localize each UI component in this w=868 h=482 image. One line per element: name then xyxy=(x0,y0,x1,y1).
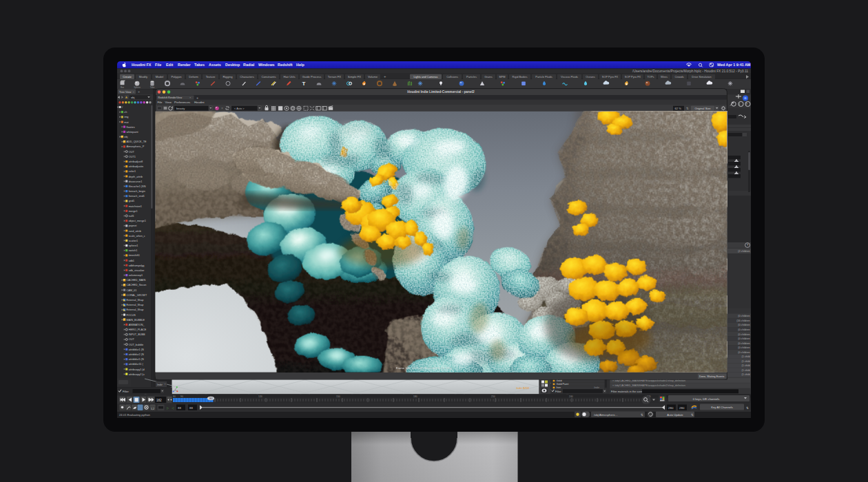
svg-text:MAIN_BUBBLE: MAIN_BUBBLE xyxy=(127,319,145,322)
svg-text:Deform: Deform xyxy=(189,75,198,78)
svg-text:>]: >] xyxy=(172,406,174,410)
svg-text:120: 120 xyxy=(258,395,262,398)
svg-text:Filter: Filter xyxy=(123,390,130,393)
svg-text:88: 88 xyxy=(189,406,193,410)
svg-text:HERO_PLACE: HERO_PLACE xyxy=(129,328,147,331)
svg-text:attribblur1 (N: attribblur1 (N xyxy=(129,348,144,351)
svg-text:+: + xyxy=(138,90,140,94)
svg-text:Collisions: Collisions xyxy=(446,75,458,78)
svg-text:Filter: Filter xyxy=(555,390,561,393)
svg-text:CORAL_GROWT: CORAL_GROWT xyxy=(127,294,147,297)
svg-text:OUT1: OUT1 xyxy=(129,156,136,158)
svg-text:drawcurve1: drawcurve1 xyxy=(129,180,143,183)
svg-text:Auto Update: Auto Update xyxy=(667,413,683,417)
svg-text:Texture: Texture xyxy=(206,75,216,78)
svg-text:attribadjustfl: attribadjustfl xyxy=(129,160,143,163)
svg-text:Model: Model xyxy=(156,75,163,78)
svg-text:object_merge1: object_merge1 xyxy=(129,220,146,222)
svg-text:filecache1 (SN: filecache1 (SN xyxy=(129,185,146,188)
svg-text:Gold: Gold xyxy=(557,379,562,382)
svg-text:Wed Apr 1 9:41 AM: Wed Apr 1 9:41 AM xyxy=(717,63,751,67)
svg-text:CACHED_MAIN: CACHED_MAIN xyxy=(127,279,146,282)
svg-text:Sphere: Sphere xyxy=(134,86,141,89)
svg-text:Assets: Assets xyxy=(209,63,221,67)
svg-text:Rigging: Rigging xyxy=(223,75,233,78)
svg-text:(0 children: (0 children xyxy=(738,346,750,349)
svg-text:grid1: grid1 xyxy=(129,200,134,202)
svg-text:scatter1: scatter1 xyxy=(129,240,138,242)
svg-text:Indie: Indie xyxy=(594,386,599,389)
svg-text:Indie: Indie xyxy=(157,384,163,386)
svg-text:24.01 Evaluating python: 24.01 Evaluating python xyxy=(119,413,151,417)
svg-text:Particles: Particles xyxy=(466,75,477,78)
svg-text:vdbfrompolyg: vdbfrompolyg xyxy=(129,264,145,267)
svg-text:External_Shap: External_Shap xyxy=(127,304,144,306)
svg-text:OUT: OUT xyxy=(129,338,135,341)
svg-text:×: × xyxy=(221,106,223,110)
svg-text:Houdini Indie Limited-Commerci: Houdini Indie Limited-Commercial - panel… xyxy=(407,90,475,94)
svg-text:whitepaint: whitepaint xyxy=(127,131,139,134)
svg-text:Radial: Radial xyxy=(243,63,255,67)
svg-text:⇅: ⇅ xyxy=(641,413,643,417)
svg-text:(0 children: (0 children xyxy=(738,328,750,331)
svg-text:Box: Box xyxy=(121,86,125,89)
svg-text:(0 children: (0 children xyxy=(738,333,750,336)
svg-text:Rigid Bodies: Rigid Bodies xyxy=(513,75,528,78)
svg-text:MPM: MPM xyxy=(499,75,505,78)
svg-text:⇅: ⇅ xyxy=(691,413,694,417)
svg-text:Indie $200: Indie $200 xyxy=(516,386,529,390)
svg-text:Simple FX: Simple FX xyxy=(348,75,362,78)
svg-text:matchsize1: matchsize1 xyxy=(129,205,142,208)
svg-text:0 keys, 0/E channels: 0 keys, 0/E channels xyxy=(693,397,720,401)
svg-text:180: 180 xyxy=(413,395,417,398)
svg-text:⇅: ⇅ xyxy=(746,406,749,410)
svg-text:attribblur11 (: attribblur11 ( xyxy=(129,363,144,366)
svg-text:scale_when_c: scale_when_c xyxy=(129,235,145,238)
svg-text:< Auto >: < Auto > xyxy=(234,107,245,110)
svg-text:(16 children: (16 children xyxy=(736,319,750,322)
svg-text:Particle Fluids: Particle Fluids xyxy=(535,75,552,78)
svg-text:210: 210 xyxy=(491,395,495,398)
svg-text:Gold Paint: Gold Paint xyxy=(557,383,570,386)
svg-text:OUT_bubble: OUT_bubble xyxy=(129,344,144,346)
svg-text:depth_attrib: depth_attrib xyxy=(129,176,143,178)
svg-text:Render: Render xyxy=(178,63,191,67)
svg-text:+: + xyxy=(384,74,386,78)
svg-text:(1 child: (1 child xyxy=(742,364,750,367)
svg-text:Crowds: Crowds xyxy=(674,75,683,78)
svg-text:90: 90 xyxy=(180,395,183,398)
svg-text:(1 child: (1 child xyxy=(742,355,750,358)
svg-text:CACHED_Secon: CACHED_Secon xyxy=(127,284,147,286)
svg-text:(0 children: (0 children xyxy=(738,324,750,326)
svg-text:color1: color1 xyxy=(129,170,136,173)
svg-text:(1 child: (1 child xyxy=(742,360,750,363)
svg-text:TOPs: TOPs xyxy=(648,75,654,78)
svg-text:Desktop: Desktop xyxy=(225,63,240,67)
svg-text:/obj/Atmospheric...: /obj/Atmospheric... xyxy=(594,413,618,417)
svg-text:OUT: OUT xyxy=(129,151,135,154)
svg-text:(1 child: (1 child xyxy=(742,369,750,372)
svg-text:Terrain FX: Terrain FX xyxy=(328,75,342,78)
svg-text:× /obj/CACHED_MAINSHAPE/avqqu: × /obj/CACHED_MAINSHAPE/avqquickshade2/s… xyxy=(612,384,685,387)
svg-text:rand_attrib: rand_attrib xyxy=(129,230,141,233)
svg-text:Constraints: Constraints xyxy=(261,75,276,78)
svg-text:attribadjustin: attribadjustin xyxy=(129,165,144,168)
svg-text:Redshift: Redshift xyxy=(278,63,293,67)
svg-text:Tube: Tube xyxy=(150,86,155,89)
svg-text:attribblur5 (N: attribblur5 (N xyxy=(129,358,144,361)
svg-text:Viscous Fluids: Viscous Fluids xyxy=(561,75,578,78)
svg-text:280: 280 xyxy=(668,406,674,410)
svg-text:(0 children: (0 children xyxy=(738,351,750,354)
svg-text:View: View xyxy=(165,101,172,104)
svg-text:File: File xyxy=(155,63,161,67)
svg-text:Oceans: Oceans xyxy=(586,75,595,78)
svg-text:attribcopy2 (u: attribcopy2 (u xyxy=(129,373,145,376)
svg-text:Polygon: Polygon xyxy=(171,75,182,78)
svg-text:timeshift1: timeshift1 xyxy=(129,254,140,257)
svg-text:switch1: switch1 xyxy=(129,249,138,252)
svg-text:T: T xyxy=(302,81,306,87)
svg-text:mat: mat xyxy=(124,121,129,124)
svg-text:FOCUS: FOCUS xyxy=(127,314,136,317)
svg-text:obj: obj xyxy=(131,96,134,99)
svg-text:CAM_01: CAM_01 xyxy=(127,289,137,292)
